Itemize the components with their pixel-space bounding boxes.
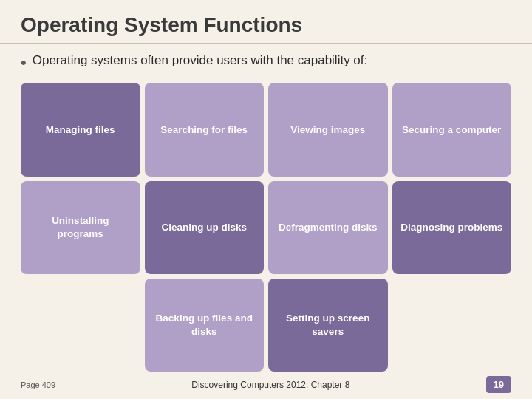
bullet-text: Operating systems often provide users wi… [33,53,368,68]
cell-searching-files: Searching for files [145,83,265,176]
capability-grid: Managing files Searching for files Viewi… [21,83,511,372]
cell-screen-savers: Setting up screen savers [268,279,388,372]
page-number: Page 409 [21,381,55,389]
slide-footer: Page 409 Discovering Computers 2012: Cha… [0,372,532,399]
cell-securing-computer: Securing a computer [392,83,512,176]
slide-number: 19 [486,376,511,393]
bullet-dot: • [21,53,27,72]
cell-managing-files: Managing files [21,83,140,176]
cell-diagnosing-problems: Diagnosing problems [392,181,512,274]
slide-header: Operating System Functions [0,0,532,44]
cell-empty-1 [21,279,140,372]
slide-content: • Operating systems often provide users … [0,44,532,372]
cell-empty-2 [392,279,512,372]
footer-caption: Discovering Computers 2012: Chapter 8 [191,380,349,390]
cell-viewing-images: Viewing images [268,83,388,176]
cell-uninstalling-programs: Uninstalling programs [21,181,140,274]
cell-cleaning-disks: Cleaning up disks [145,181,265,274]
bullet-point: • Operating systems often provide users … [21,53,511,72]
slide: Operating System Functions • Operating s… [0,0,532,399]
cell-backing-up: Backing up files and disks [145,279,265,372]
cell-defragmenting-disks: Defragmenting disks [268,181,388,274]
slide-title: Operating System Functions [21,13,511,37]
